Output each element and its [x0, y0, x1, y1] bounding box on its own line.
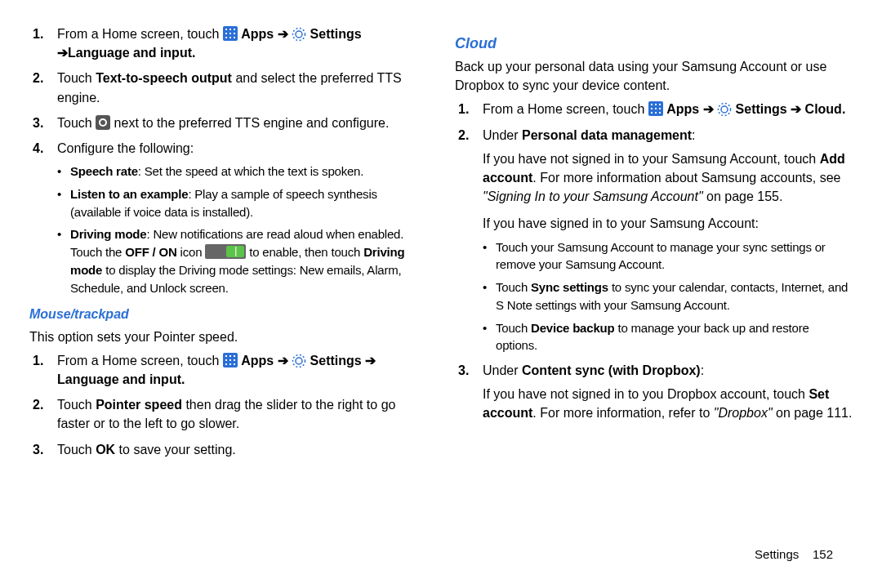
text: Configure the following:	[57, 141, 194, 155]
bullet: Touch Device backup to manage your back …	[483, 319, 853, 355]
bullet: Touch Sync settings to sync your calenda…	[483, 278, 853, 314]
apps-icon	[223, 26, 238, 41]
footer-section: Settings	[755, 547, 799, 561]
gear-icon	[717, 102, 732, 117]
step-number: 3.	[33, 440, 43, 459]
svg-point-5	[719, 104, 731, 116]
reference-italic: "Dropbox"	[714, 406, 773, 420]
mouse-trackpad-heading: Mouse/trackpad	[29, 305, 427, 323]
mouse-intro: This option sets your Pointer speed.	[29, 327, 427, 346]
bullet-listen-example: Listen to an example: Play a sample of s…	[57, 185, 427, 221]
footer-page-number: 152	[813, 547, 833, 561]
apps-icon	[223, 353, 238, 368]
reference-italic: "Signing In to your Samsung Account"	[483, 189, 703, 203]
text: Under	[483, 128, 522, 142]
toggle-switch-icon	[205, 244, 246, 259]
step-4: 4. Configure the following: Speech rate:…	[29, 139, 427, 296]
destination: Language and input.	[57, 372, 185, 386]
arrow-icon: ➔	[703, 102, 714, 116]
step-2: 2. Touch Text-to-speech output and selec…	[29, 69, 427, 106]
text: next to the preferred TTS engine and con…	[110, 116, 389, 130]
destination: Cloud.	[801, 102, 845, 116]
text: . For more information, refer to	[532, 406, 713, 420]
settings-label: Settings	[310, 27, 362, 41]
step-number: 2.	[33, 69, 43, 87]
page-footer: Settings 152	[755, 546, 833, 564]
step-number: 1.	[33, 351, 43, 370]
step-number: 1.	[33, 24, 43, 43]
apps-label: Apps	[666, 102, 702, 116]
text: to save your setting.	[115, 443, 236, 457]
arrow-icon: ➔	[365, 354, 376, 368]
text: :	[692, 128, 695, 142]
step-number: 1.	[458, 100, 469, 118]
bold: Listen to an example	[70, 187, 188, 201]
text: If you have not signed in to your Samsun…	[483, 152, 820, 166]
settings-label: Settings	[310, 354, 366, 368]
step-1: 1. From a Home screen, touch Apps ➔ Sett…	[29, 24, 427, 62]
step-1: 1. From a Home screen, touch Apps ➔ Sett…	[29, 351, 427, 389]
cloud-heading: Cloud	[455, 33, 853, 54]
text: :	[701, 363, 704, 377]
arrow-icon: ➔	[57, 46, 68, 60]
left-column: 1. From a Home screen, touch Apps ➔ Sett…	[29, 24, 427, 466]
text: on page 111.	[773, 406, 853, 420]
text: Touch your Samsung Account to manage you…	[496, 240, 826, 272]
text: Touch	[57, 116, 96, 130]
paragraph: If you have not signed in to your Samsun…	[483, 149, 853, 207]
text: to enable, then touch	[246, 245, 363, 259]
bold: Content sync (with Dropbox)	[522, 363, 701, 377]
bullet-driving-mode: Driving mode: New notifications are read…	[57, 225, 427, 296]
text: to display the Driving mode settings: Ne…	[70, 263, 401, 295]
bold: Pointer speed	[96, 398, 182, 412]
paragraph: If you have not signed in to you Dropbox…	[483, 385, 853, 422]
step-number: 2.	[33, 395, 43, 414]
text: Under	[483, 363, 522, 377]
text: : Set the speed at which the text is spo…	[138, 164, 363, 178]
cloud-intro: Back up your personal data using your Sa…	[455, 57, 853, 95]
text: From a Home screen, touch	[57, 354, 223, 368]
step-number: 3.	[33, 114, 43, 132]
bold: Driving mode	[70, 227, 146, 241]
svg-point-2	[296, 358, 302, 364]
mouse-steps: 1. From a Home screen, touch Apps ➔ Sett…	[29, 351, 427, 459]
step-1: 1. From a Home screen, touch Apps ➔ Sett…	[455, 100, 853, 118]
off-on-label: OFF / ON	[125, 245, 176, 259]
step-2: 2. Touch Pointer speed then drag the sli…	[29, 395, 427, 433]
step-number: 3.	[458, 361, 469, 380]
apps-icon	[648, 101, 663, 116]
gear-icon	[292, 354, 306, 368]
text: Touch	[57, 443, 96, 457]
text: From a Home screen, touch	[57, 27, 223, 41]
svg-point-3	[293, 354, 305, 367]
text: If you have not signed in to you Dropbox…	[483, 387, 808, 401]
config-bullets: Speech rate: Set the speed at which the …	[57, 163, 427, 296]
text: Touch	[57, 71, 96, 85]
bold: Text-to-speech output	[96, 71, 232, 85]
step-3: 3. Touch OK to save your setting.	[29, 440, 427, 459]
signed-in-bullets: Touch your Samsung Account to manage you…	[483, 238, 853, 355]
bold: Sync settings	[531, 280, 608, 294]
configure-icon	[96, 115, 110, 130]
bold: Speech rate	[70, 164, 138, 178]
step-number: 4.	[33, 139, 43, 158]
arrow-icon: ➔	[278, 354, 288, 368]
bold: OK	[96, 443, 115, 457]
destination: Language and input.	[68, 46, 195, 60]
gear-icon	[292, 27, 306, 42]
text: From a Home screen, touch	[483, 102, 648, 116]
apps-label: Apps	[241, 354, 277, 368]
paragraph: If you have signed in to your Samsung Ac…	[483, 214, 853, 233]
tts-steps: 1. From a Home screen, touch Apps ➔ Sett…	[29, 24, 427, 296]
apps-label: Apps	[241, 27, 277, 41]
step-3: 3. Touch next to the preferred TTS engin…	[29, 114, 427, 132]
text: Touch	[496, 321, 531, 335]
bullet-speech-rate: Speech rate: Set the speed at which the …	[57, 163, 427, 180]
settings-label: Settings	[736, 102, 791, 116]
text: icon	[177, 245, 206, 259]
svg-point-4	[721, 106, 728, 113]
arrow-icon: ➔	[791, 102, 801, 116]
bullet: Touch your Samsung Account to manage you…	[483, 238, 853, 274]
bold: Personal data management	[522, 128, 692, 142]
arrow-icon: ➔	[278, 27, 288, 41]
